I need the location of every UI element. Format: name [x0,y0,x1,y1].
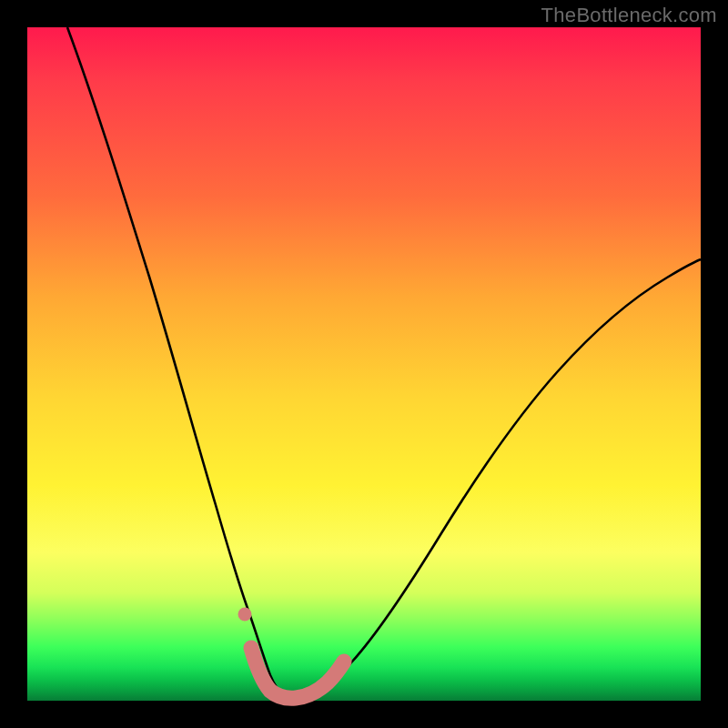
plot-area [27,27,701,701]
bottleneck-curve [67,27,701,697]
highlight-dot [238,608,252,622]
chart-frame: TheBottleneck.com [0,0,728,728]
highlight-bottom-band [251,648,344,698]
curve-layer [27,27,701,701]
watermark-text: TheBottleneck.com [541,4,717,27]
